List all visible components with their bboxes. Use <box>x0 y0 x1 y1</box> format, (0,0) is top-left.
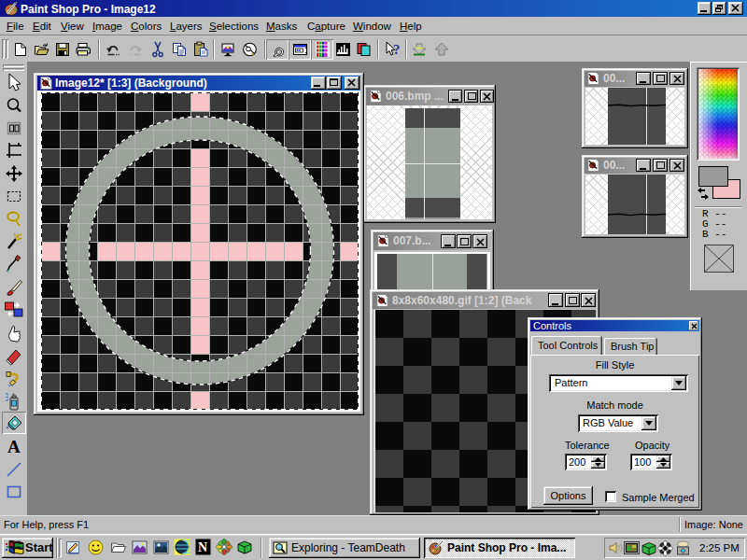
svg-text:A: A <box>7 437 21 456</box>
svg-text:N: N <box>198 540 207 554</box>
svg-text:?: ? <box>393 42 401 57</box>
